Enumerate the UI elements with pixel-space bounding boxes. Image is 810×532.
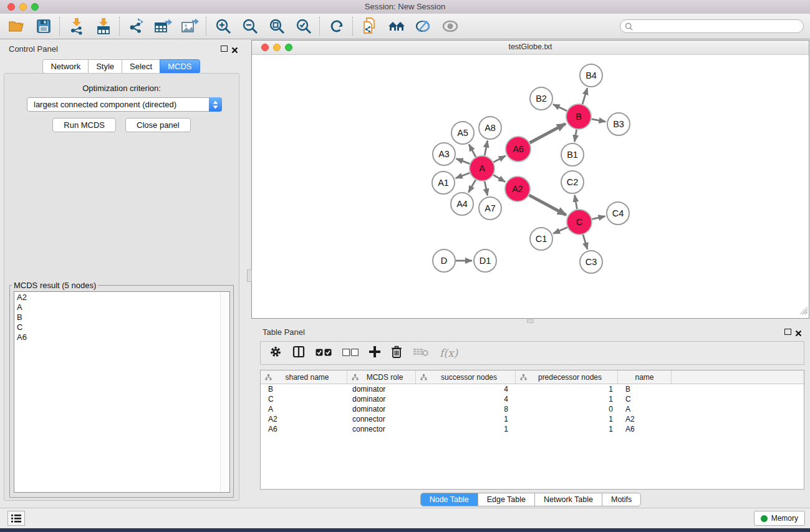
table-settings-icon[interactable]: [269, 346, 282, 360]
table-cell[interactable]: dominator: [347, 404, 416, 414]
graph-edge-A-A7[interactable]: [485, 181, 488, 196]
list-item[interactable]: A2: [17, 293, 229, 302]
zoom-view-button[interactable]: [285, 44, 292, 51]
column-header-successor-nodes[interactable]: successor nodes: [416, 370, 516, 384]
search-input[interactable]: [636, 21, 799, 31]
table-cell[interactable]: C: [261, 394, 347, 404]
vertical-divider-grip[interactable]: [247, 269, 252, 282]
table-cell[interactable]: 0: [516, 404, 618, 414]
graph-edge-A-A3[interactable]: [456, 158, 470, 163]
export-image-icon[interactable]: [180, 16, 200, 37]
tab-mcds[interactable]: MCDS: [160, 59, 200, 74]
add-column-icon[interactable]: [369, 346, 380, 360]
table-cell[interactable]: 1: [416, 414, 516, 424]
table-cell[interactable]: 1: [516, 384, 618, 394]
table-cell[interactable]: 1: [516, 424, 618, 434]
show-graphics-details-icon[interactable]: [440, 16, 460, 37]
table-cell[interactable]: A2: [261, 414, 347, 424]
column-header-name[interactable]: name: [618, 370, 672, 384]
graph-edge-B-B4[interactable]: [582, 88, 587, 104]
table-cell[interactable]: C: [618, 394, 672, 404]
table-row[interactable]: A6connector11A6: [261, 424, 804, 434]
zoom-out-icon[interactable]: [239, 16, 260, 37]
tab-network-table[interactable]: Network Table: [534, 493, 602, 506]
table-cell[interactable]: 8: [416, 404, 516, 414]
table-cell[interactable]: 4: [416, 384, 516, 394]
table-cell[interactable]: dominator: [347, 394, 416, 404]
column-header-shared-name[interactable]: shared name: [261, 370, 347, 384]
optimization-criterion-select[interactable]: largest connected component (directed): [27, 97, 222, 112]
network-window-titlebar[interactable]: testGlobe.txt: [252, 41, 809, 55]
run-mcds-button[interactable]: Run MCDS: [52, 118, 116, 132]
table-cell[interactable]: 4: [416, 394, 516, 404]
close-view-button[interactable]: [261, 44, 269, 51]
select-all-icon[interactable]: [316, 347, 332, 359]
graph-edge-A-A2[interactable]: [493, 175, 505, 182]
graph-edge-A-A1[interactable]: [456, 173, 470, 178]
scrollbar[interactable]: [220, 293, 229, 491]
tab-edge-table[interactable]: Edge Table: [478, 493, 534, 506]
table-cell[interactable]: dominator: [347, 384, 416, 394]
table-cell[interactable]: A2: [618, 414, 672, 424]
show-column-icon[interactable]: [292, 346, 305, 360]
zoom-in-icon[interactable]: [213, 16, 233, 37]
column-header-MCDS-role[interactable]: MCDS role: [347, 370, 416, 384]
hide-graphics-details-icon[interactable]: [413, 16, 433, 37]
graph-edge-B-B2[interactable]: [553, 104, 567, 111]
table-row[interactable]: A2connector11A2: [261, 414, 804, 424]
graph-edge-C-C4[interactable]: [592, 216, 605, 220]
zoom-selected-icon[interactable]: [293, 16, 314, 37]
horizontal-divider-grip[interactable]: [527, 319, 534, 323]
float-panel-icon[interactable]: [221, 46, 228, 52]
tab-style[interactable]: Style: [88, 59, 122, 74]
graph-edge-C-C3[interactable]: [583, 235, 587, 249]
list-item[interactable]: A6: [17, 332, 229, 342]
import-table-icon[interactable]: [93, 16, 113, 37]
float-table-panel-icon[interactable]: [784, 329, 791, 335]
table-cell[interactable]: A: [618, 404, 672, 414]
tab-motifs[interactable]: Motifs: [602, 493, 640, 506]
graph-edge-B-B1[interactable]: [574, 130, 576, 142]
duplicate-network-icon[interactable]: [359, 16, 380, 37]
table-cell[interactable]: 1: [416, 424, 516, 434]
memory-button[interactable]: Memory: [754, 511, 805, 526]
minimize-window-button[interactable]: [19, 3, 27, 11]
refresh-icon[interactable]: [326, 16, 347, 37]
home-layout-icon[interactable]: [386, 16, 407, 37]
delete-column-icon[interactable]: [391, 346, 402, 360]
table-cell[interactable]: connector: [347, 414, 416, 424]
import-network-icon[interactable]: [66, 16, 87, 37]
close-window-button[interactable]: [7, 3, 15, 11]
graph-edge-B-B3[interactable]: [592, 119, 606, 122]
graph-edge-A-A8[interactable]: [485, 141, 488, 156]
task-history-button[interactable]: [7, 511, 25, 526]
list-item[interactable]: A: [17, 302, 229, 312]
tab-select[interactable]: Select: [122, 59, 160, 74]
table-cell[interactable]: 1: [516, 414, 618, 424]
graph-edge-C-C1[interactable]: [553, 227, 567, 233]
close-table-panel-icon[interactable]: [795, 328, 802, 335]
graph-edge-A-A6[interactable]: [494, 156, 506, 162]
save-session-icon[interactable]: [33, 16, 54, 37]
table-cell[interactable]: B: [618, 384, 672, 394]
table-cell[interactable]: A: [261, 404, 347, 414]
table-row[interactable]: Adominator80A: [261, 404, 804, 414]
list-item[interactable]: C: [17, 322, 229, 332]
column-header-predecessor-nodes[interactable]: predecessor nodes: [516, 370, 618, 384]
deselect-all-icon[interactable]: [342, 347, 359, 359]
tab-node-table[interactable]: Node Table: [421, 493, 478, 506]
table-row[interactable]: Bdominator41B: [261, 384, 804, 394]
open-session-icon[interactable]: [6, 16, 27, 37]
network-canvas[interactable]: B4B2BB3A8A5A6A3B1AC2A1A2A4A7C4CC1C3DD1: [252, 55, 809, 318]
zoom-fit-icon[interactable]: [266, 16, 287, 37]
graph-edge-C-C2[interactable]: [575, 195, 577, 210]
table-row[interactable]: Cdominator41C: [261, 394, 804, 404]
list-item[interactable]: B: [17, 312, 229, 322]
close-panel-icon[interactable]: [231, 45, 238, 52]
graph-edge-A-A5[interactable]: [469, 144, 476, 157]
table-cell[interactable]: A6: [618, 424, 672, 434]
graph-edge-A6-B[interactable]: [530, 123, 566, 143]
table-cell[interactable]: connector: [347, 424, 416, 434]
resize-grip-icon[interactable]: [800, 306, 808, 317]
zoom-window-button[interactable]: [31, 3, 39, 11]
